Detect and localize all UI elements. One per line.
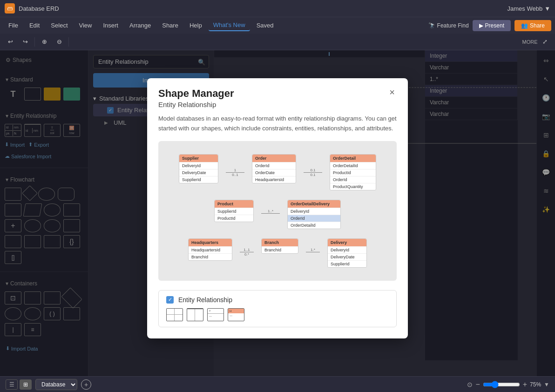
grid-view-button[interactable]: ⊞ — [20, 379, 32, 390]
erd-row-3: Headquarters HeadquartersId BranchId 1..… — [166, 238, 389, 268]
toolbar-zoom-in[interactable]: ⊕ — [38, 36, 51, 48]
modal-shape-3: T — — [207, 308, 224, 321]
add-diagram-button[interactable]: + — [81, 379, 91, 390]
modal-library-section: ✓ Entity Relationship — [158, 290, 397, 327]
erd-table-supplier: Supplier DeliveryId DeliveryDate Supplie… — [179, 154, 218, 183]
modal-subtitle: Entity Relationship — [158, 101, 234, 108]
toolbar-zoom-out[interactable]: ⊖ — [53, 36, 66, 48]
erd-table-orderdetail: OrderDetail OrderDetailId ProductId Orde… — [330, 154, 376, 190]
app-icon: 🗃 — [5, 3, 15, 14]
play-icon: ▶ — [479, 22, 483, 29]
menubar: File Edit Select View Insert Arrange Sha… — [0, 17, 555, 34]
main-area: ⚙ Shapes ▾ Standard T ▾ Entity Relations… — [0, 50, 555, 376]
modal-description: Model databases in an easy-to-read forma… — [147, 114, 408, 141]
toolbar-undo[interactable]: ↩ — [4, 36, 17, 48]
erd-table-order: Order OrderId OrderDate HeadquartersId — [252, 154, 296, 183]
menu-select[interactable]: Select — [46, 20, 72, 31]
view-toggle: ☰ ⊞ — [6, 379, 32, 390]
present-button[interactable]: ▶ Present — [473, 20, 511, 31]
menu-whats-new[interactable]: What's New — [209, 20, 250, 31]
modal-shape-2 — [187, 308, 203, 321]
modal-close-button[interactable]: × — [387, 88, 397, 97]
toolbar: ↩ ↪ ⊕ ⊖ MORE ⤢ — [0, 34, 555, 50]
zoom-in-button[interactable]: + — [523, 380, 527, 389]
menu-help[interactable]: Help — [185, 20, 207, 31]
fit-icon: ⊙ — [467, 381, 473, 388]
toolbar-expand[interactable]: ⤢ — [538, 36, 551, 48]
modal-lib-label: Entity Relationship — [178, 296, 232, 304]
list-view-button[interactable]: ☰ — [6, 379, 18, 390]
zoom-label: 75% — [530, 381, 541, 388]
modal-header: Shape Manager Entity Relationship × — [147, 78, 408, 114]
toolbar-redo[interactable]: ↪ — [19, 36, 32, 48]
modal-overlay[interactable]: Shape Manager Entity Relationship × Mode… — [0, 50, 555, 376]
modal-lib-checkbox[interactable]: ✓ — [166, 296, 174, 304]
erd-table-headquarters: Headquarters HeadquartersId BranchId — [188, 238, 232, 261]
menu-share[interactable]: Share — [157, 20, 183, 31]
feature-find[interactable]: 🔭 Feature Find — [428, 22, 469, 29]
menu-saved[interactable]: Saved — [252, 20, 278, 31]
titlebar-left: 🗃 Database ERD — [5, 3, 59, 14]
toolbar-more[interactable]: MORE — [523, 36, 536, 48]
user-name: James Webb ▼ — [507, 5, 550, 12]
modal-shape-1 — [166, 308, 183, 321]
share-button[interactable]: 👥 Share — [514, 20, 551, 31]
menu-view[interactable]: View — [74, 20, 97, 31]
erd-table-branch: Branch BranchId — [261, 238, 298, 254]
menu-arrange[interactable]: Arrange — [125, 20, 156, 31]
zoom-chevron-icon: ▼ — [544, 381, 549, 388]
erd-table-delivery: Delivery DeliveryId DeliveryDate Supplie… — [327, 238, 367, 268]
shape-manager-modal: Shape Manager Entity Relationship × Mode… — [147, 78, 408, 338]
toolbar-sep-1 — [34, 37, 35, 47]
zoom-out-button[interactable]: − — [475, 380, 480, 389]
toolbar-sep-2 — [68, 37, 69, 47]
modal-preview: Supplier DeliveryId DeliveryDate Supplie… — [158, 141, 397, 281]
menu-edit[interactable]: Edit — [25, 20, 44, 31]
app-title: Database ERD — [19, 5, 59, 12]
modal-title: Shape Manager — [158, 88, 234, 100]
zoom-slider[interactable] — [483, 381, 520, 388]
share-icon: 👥 — [521, 22, 528, 29]
titlebar: 🗃 Database ERD James Webb ▼ — [0, 0, 555, 17]
erd-preview-content: Supplier DeliveryId DeliveryDate Supplie… — [166, 154, 389, 268]
modal-shapes-row: T — H — — [166, 308, 389, 321]
app-icon-symbol: 🗃 — [7, 5, 13, 12]
menu-insert[interactable]: Insert — [98, 20, 123, 31]
modal-shape-4: H — — [228, 308, 244, 321]
erd-table-orderdetaildelivery: OrderDetailDelivery DeliveryId OrderId O… — [287, 200, 341, 229]
binoculars-icon: 🔭 — [428, 22, 435, 29]
menu-file[interactable]: File — [4, 20, 23, 31]
erd-table-product: Product SupplierId ProductId — [214, 200, 254, 222]
zoom-controls: ⊙ − + 75% ▼ — [467, 380, 549, 389]
erd-row-1: Supplier DeliveryId DeliveryDate Supplie… — [166, 154, 389, 190]
modal-library-row: ✓ Entity Relationship — [166, 296, 389, 304]
menubar-right: 🔭 Feature Find ▶ Present 👥 Share — [428, 20, 551, 31]
erd-row-2: Product SupplierId ProductId 1..* OrderD… — [166, 200, 389, 229]
bottombar: ☰ ⊞ Database + ⊙ − + 75% ▼ — [0, 376, 555, 392]
modal-title-group: Shape Manager Entity Relationship — [158, 88, 234, 108]
database-select[interactable]: Database — [35, 379, 77, 390]
